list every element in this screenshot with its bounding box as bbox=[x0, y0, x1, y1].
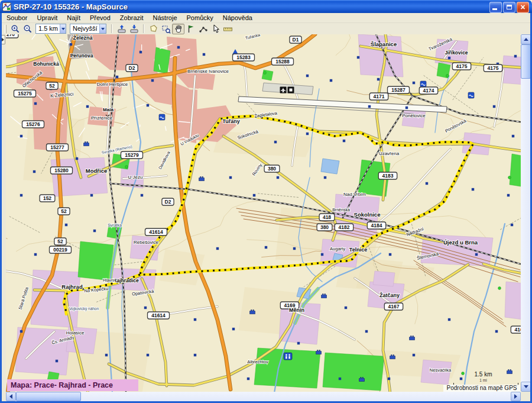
road-shield: 4175 bbox=[484, 65, 502, 72]
road-shield: 52 bbox=[46, 82, 58, 89]
poi-square-icon bbox=[413, 82, 415, 84]
zoom-region-tool-icon bbox=[161, 24, 171, 34]
zoom-out-button[interactable] bbox=[21, 24, 34, 34]
svg-text:4182: 4182 bbox=[339, 224, 350, 230]
scroll-right-button[interactable] bbox=[511, 392, 521, 401]
swimming-icon bbox=[468, 92, 474, 98]
svg-text:Sokolnice: Sokolnice bbox=[354, 211, 381, 218]
menu-item-upravit[interactable]: Upravit bbox=[32, 13, 62, 23]
close-button[interactable]: × bbox=[517, 2, 529, 13]
menu-item-napoveda[interactable]: Nápověda bbox=[218, 13, 257, 23]
map-canvas[interactable]: 2701527552152761527715280152791525252002… bbox=[6, 34, 521, 392]
restore-button[interactable] bbox=[503, 2, 515, 13]
arrow-down-icon bbox=[524, 385, 528, 388]
title-bar[interactable]: SRP-27-10 155326 - MapSource × bbox=[0, 0, 532, 13]
menu-item-prevod[interactable]: Převod bbox=[85, 13, 115, 23]
poi-square-icon bbox=[20, 135, 22, 137]
zoom-in-button[interactable] bbox=[9, 24, 21, 34]
poi-square-icon bbox=[140, 51, 142, 53]
poi-square-icon bbox=[324, 176, 326, 179]
menu-item-zobrazit[interactable]: Zobrazit bbox=[115, 13, 148, 23]
poi-square-icon bbox=[343, 140, 345, 142]
window-title: SRP-27-10 155326 - MapSource bbox=[14, 2, 128, 11]
poi-square-icon bbox=[388, 378, 390, 380]
svg-text:Tuřany: Tuřany bbox=[222, 118, 239, 124]
poi-square-icon bbox=[20, 194, 22, 196]
menu-item-najit[interactable]: Najít bbox=[62, 13, 85, 23]
menu-item-nastroje[interactable]: Nástroje bbox=[148, 13, 182, 23]
waypoint-flag-tool-button[interactable] bbox=[184, 24, 197, 34]
poi-square-icon bbox=[365, 330, 368, 333]
svg-text:Bohunická: Bohunická bbox=[33, 61, 59, 67]
road-shield: 15275 bbox=[14, 90, 36, 97]
green-dot-icon bbox=[508, 176, 511, 179]
scroll-down-button[interactable] bbox=[521, 382, 531, 392]
ruler-icon bbox=[223, 24, 233, 34]
poi-square-icon bbox=[507, 194, 510, 196]
scroll-up-button[interactable] bbox=[521, 34, 531, 44]
poi-square-icon bbox=[56, 360, 58, 362]
svg-text:Augarty: Augarty bbox=[330, 246, 345, 252]
scale-combo-button[interactable] bbox=[60, 24, 66, 33]
scrollbar-corner bbox=[521, 392, 531, 401]
send-to-device-button[interactable] bbox=[115, 24, 128, 34]
hand-pan-tool-button[interactable] bbox=[172, 24, 184, 34]
receive-from-device-button[interactable] bbox=[128, 24, 140, 34]
horizontal-scrollbar[interactable] bbox=[6, 392, 521, 401]
selection-arrow-tool-button[interactable] bbox=[209, 24, 222, 34]
road-shield: 4167 bbox=[384, 303, 403, 310]
horizontal-scroll-thumb[interactable] bbox=[16, 392, 81, 401]
map-scale-combo[interactable]: 1.5 km bbox=[35, 24, 66, 34]
svg-text:Jiříkovice: Jiříkovice bbox=[445, 50, 468, 56]
road-shield: 4182 bbox=[335, 224, 353, 231]
toolbar-grip bbox=[5, 25, 7, 33]
poi-square-icon bbox=[147, 354, 149, 356]
swimming-icon bbox=[420, 81, 426, 87]
menu-item-pomucky[interactable]: Pomůcky bbox=[182, 13, 218, 23]
poi-square-icon bbox=[426, 182, 428, 185]
svg-text:380: 380 bbox=[320, 224, 329, 230]
svg-text:Uzavřena: Uzavřena bbox=[379, 151, 400, 156]
svg-text:Přízřenice: Přízřenice bbox=[91, 115, 113, 121]
scroll-left-button[interactable] bbox=[6, 392, 16, 401]
svg-text:15276: 15276 bbox=[26, 121, 40, 127]
svg-text:D2: D2 bbox=[129, 65, 135, 71]
menu-item-soubor[interactable]: Soubor bbox=[2, 13, 32, 23]
vertical-scroll-thumb[interactable] bbox=[521, 44, 531, 79]
minimize-button[interactable] bbox=[489, 2, 502, 13]
svg-text:15283: 15283 bbox=[236, 54, 251, 60]
close-icon: × bbox=[517, 2, 528, 12]
poi-square-icon bbox=[277, 176, 279, 179]
poi-square-icon bbox=[147, 104, 149, 107]
flag-icon bbox=[186, 24, 196, 34]
poi-square-icon bbox=[116, 76, 118, 78]
svg-text:Žatčany: Žatčany bbox=[379, 292, 400, 298]
road-shield: 15277 bbox=[47, 144, 69, 151]
map-viewport: 2701527552152761527715280152791525252002… bbox=[6, 34, 521, 392]
poi-square-icon bbox=[265, 246, 267, 249]
poi-square-icon bbox=[368, 105, 371, 108]
poi-square-icon bbox=[448, 57, 450, 59]
poi-square-icon bbox=[306, 75, 309, 77]
map-tool-button[interactable] bbox=[147, 24, 160, 34]
poi-square-icon bbox=[339, 378, 341, 380]
vertical-scrollbar[interactable] bbox=[521, 34, 531, 392]
route-tool-button[interactable] bbox=[197, 24, 209, 34]
toolbar-separator bbox=[111, 24, 112, 33]
detail-combo-button[interactable] bbox=[99, 24, 106, 33]
airport-icon bbox=[288, 87, 294, 94]
distance-ruler-tool-button[interactable] bbox=[222, 24, 234, 34]
road-shield: 15283 bbox=[233, 54, 255, 61]
route-tool-icon bbox=[199, 24, 208, 34]
poi-square-icon bbox=[306, 133, 309, 135]
road-shield: 41614 bbox=[148, 312, 170, 319]
chevron-down-icon bbox=[61, 28, 65, 30]
svg-text:Ponětovice: Ponětovice bbox=[402, 113, 426, 118]
zoom-region-tool-button[interactable] bbox=[160, 24, 172, 34]
map-detail-combo[interactable]: Nejvyšší bbox=[70, 24, 106, 34]
poi-square-icon bbox=[389, 253, 391, 256]
poi-square-icon bbox=[274, 141, 277, 143]
svg-text:41614: 41614 bbox=[151, 312, 166, 318]
road-shield: 00219 bbox=[50, 246, 72, 253]
poi-square-icon bbox=[203, 53, 205, 56]
